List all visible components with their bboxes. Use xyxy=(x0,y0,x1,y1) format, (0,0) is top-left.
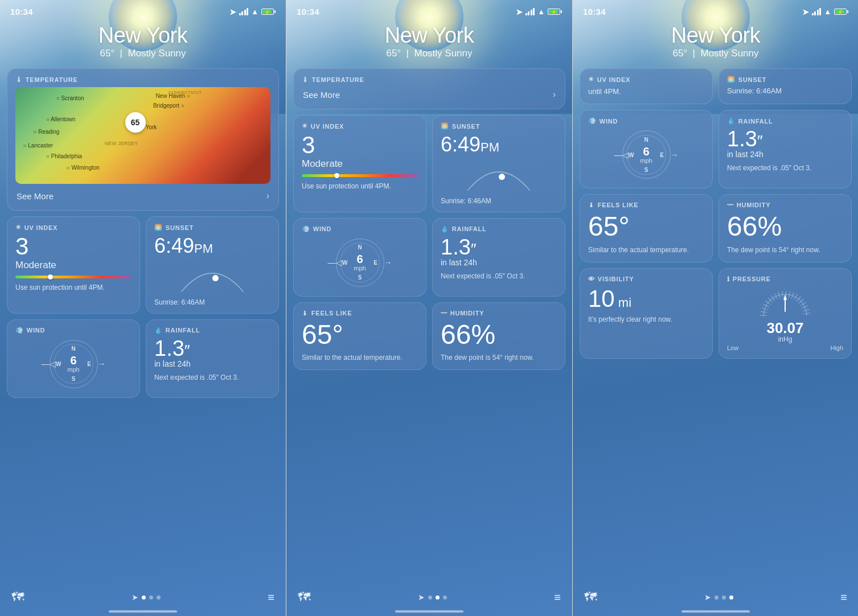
rainfall-next-1: Next expected is .05″ Oct 3. xyxy=(154,373,270,383)
sunrise-text-3: Sunrise: 6:46AM xyxy=(727,87,843,95)
list-button-2[interactable]: ≡ xyxy=(554,591,561,604)
compass-3: N S E W 6 mph xyxy=(622,130,671,179)
sunset-label-2: 🌅 SUNSET xyxy=(441,122,557,130)
sunset-icon-2: 🌅 xyxy=(441,122,449,130)
feels-humidity-grid-3: 🌡 FEELS LIKE 65° Similar to the actual t… xyxy=(580,194,852,262)
map-city-wilmington: ○ Wilmington xyxy=(67,165,100,171)
location-icon-1: ➤ xyxy=(229,7,236,17)
wind-label-1: 💨 WIND xyxy=(15,327,132,334)
map-city-philadelphia: ○ Philadelphia xyxy=(46,153,82,159)
temperature-card-1: 🌡 TEMPERATURE ○ Scranton New Haven ○ Bri… xyxy=(7,68,279,211)
rainfall-sub-1: in last 24h xyxy=(154,359,270,368)
rainfall-label-2: 💧 RAINFALL xyxy=(441,225,557,233)
sunset-arc-2 xyxy=(441,159,557,194)
city-name-1: New York xyxy=(0,23,286,48)
status-time-2: 10:34 xyxy=(297,7,319,17)
map-city-allentown: ○ Allentown xyxy=(46,116,76,122)
phone-screen-2: 10:34 ➤ ▲ ⚡ New York 65° | Mostly Sunny xyxy=(286,0,572,616)
location-icon-3: ➤ xyxy=(802,7,809,17)
temperature-label-2: 🌡 TEMPERATURE xyxy=(302,76,557,84)
feels-desc-3: Similar to the actual temperature. xyxy=(588,245,704,255)
nav-dot-2-3[interactable] xyxy=(443,596,447,599)
compass-west-3: W xyxy=(629,151,634,158)
nav-dot-1-1[interactable] xyxy=(142,596,146,599)
wind-compass-area-1: N S E W 6 mph —◁ → xyxy=(15,338,132,391)
sunset-icon-1: 🌅 xyxy=(154,224,163,231)
nav-dot-2-1[interactable] xyxy=(428,596,432,599)
sunset-time-2: 6:49PM xyxy=(441,133,557,156)
pressure-gauge-svg-3 xyxy=(757,286,814,321)
location-header-1: New York 65° | Mostly Sunny xyxy=(0,19,286,68)
uv-card-3: ☀ UV INDEX until 4PM. xyxy=(580,68,713,104)
nav-dot-3-2[interactable] xyxy=(722,596,726,599)
wind-compass-area-3: N S E W 6 mph —◁ → xyxy=(588,128,704,181)
list-button-1[interactable]: ≡ xyxy=(268,591,274,604)
battery-icon-2: ⚡ xyxy=(548,9,562,15)
temperature-see-more-1[interactable]: See More › xyxy=(15,188,270,203)
compass-east-3: E xyxy=(660,151,664,158)
map-ct-label: CONNECTICUT xyxy=(169,90,202,95)
sunset-icon-3: 🌅 xyxy=(727,76,736,83)
temp-badge-1: 65 xyxy=(125,112,146,133)
visibility-label-3: 👁 VISIBILITY xyxy=(588,276,704,282)
uv-value-2: 3 xyxy=(302,133,418,157)
rainfall-next-3: Next expected is .05″ Oct 3. xyxy=(727,163,843,173)
temperature-map-1: ○ Scranton New Haven ○ Bridgeport ○ ○ Al… xyxy=(15,87,270,184)
uv-bar-2 xyxy=(302,174,418,177)
condition-1: Mostly Sunny xyxy=(128,48,186,59)
sunset-arc-svg-1 xyxy=(154,261,270,295)
map-city-scranton: ○ Scranton xyxy=(56,95,84,101)
home-indicator-2 xyxy=(395,610,463,613)
compass-south-1: S xyxy=(72,376,76,382)
wind-rainfall-grid-3: 💨 WIND N S E W 6 xyxy=(580,110,852,188)
bottom-nav-3: 🗺 ➤ ≡ xyxy=(573,590,858,605)
temperature-see-more-2[interactable]: See More › xyxy=(302,87,557,102)
compass-north-3: N xyxy=(644,137,648,143)
city-name-3: New York xyxy=(573,23,858,48)
uv-sunset-grid-3: ☀ UV INDEX until 4PM. 🌅 SUNSET Sunrise: … xyxy=(580,68,852,104)
city-name-2: New York xyxy=(286,23,572,48)
uv-subtext-1: Use sun protection until 4PM. xyxy=(15,283,132,293)
pressure-card-3: ℹ PRESSURE xyxy=(719,268,852,359)
humidity-card-2: 〰 HUMIDITY 66% The dew point is 54° righ… xyxy=(432,302,565,371)
rainfall-sub-2: in last 24h xyxy=(441,258,557,267)
map-button-3[interactable]: 🗺 xyxy=(584,590,597,605)
sunset-arc-svg-2 xyxy=(441,159,557,194)
compass-2: N S E W 6 mph xyxy=(336,239,384,287)
status-bar-1: 10:34 ➤ ▲ ⚡ xyxy=(0,0,286,19)
content-area-3: ☀ UV INDEX until 4PM. 🌅 SUNSET Sunrise: … xyxy=(573,68,858,359)
uv-bar-1 xyxy=(15,276,132,278)
wind-rainfall-grid-1: 💨 WIND N S E W 6 xyxy=(7,319,279,398)
sunrise-text-2: Sunrise: 6:46AM xyxy=(441,197,557,205)
feels-humidity-grid-2: 🌡 FEELS LIKE 65° Similar to the actual t… xyxy=(293,302,565,371)
rainfall-card-1: 💧 RAINFALL 1.3″ in last 24h Next expecte… xyxy=(146,319,279,398)
phone-screen-1: 10:34 ➤ ▲ ⚡ New York 65° | Mostly Sunny xyxy=(0,0,286,616)
chevron-right-icon-1: › xyxy=(266,191,269,201)
map-button-2[interactable]: 🗺 xyxy=(298,590,310,605)
battery-icon-3: ⚡ xyxy=(834,9,848,15)
wifi-icon-1: ▲ xyxy=(251,7,258,16)
pressure-gauge-area-3: 30.07 inHg Low High xyxy=(727,286,843,351)
rainfall-value-2: 1.3″ xyxy=(441,236,557,258)
map-button-1[interactable]: 🗺 xyxy=(11,590,24,605)
nav-dot-2-2[interactable] xyxy=(436,596,440,599)
visibility-desc-3: It's perfectly clear right now. xyxy=(588,315,704,323)
uv-card-2: ☀ UV INDEX 3 Moderate Use sun protection… xyxy=(293,115,426,212)
nav-dot-1-2[interactable] xyxy=(149,596,153,599)
nav-dot-3-1[interactable] xyxy=(715,596,719,599)
wind-compass-wrap-1: N S E W 6 mph —◁ → xyxy=(50,338,98,391)
wind-arrow-right-2: → xyxy=(384,258,392,267)
wind-speed-center-3: 6 mph xyxy=(640,146,652,164)
list-button-3[interactable]: ≡ xyxy=(840,591,847,604)
condition-2: Mostly Sunny xyxy=(414,48,472,59)
location-sub-2: 65° | Mostly Sunny xyxy=(286,48,572,59)
content-area-1: 🌡 TEMPERATURE ○ Scranton New Haven ○ Bri… xyxy=(0,68,286,398)
wind-speed-center-2: 6 mph xyxy=(354,253,366,272)
nav-dot-3-3[interactable] xyxy=(729,596,733,599)
sun-icon-1: ☀ xyxy=(15,224,22,231)
wind-compass-area-2: N S E W 6 mph —◁ → xyxy=(302,236,418,289)
rainfall-card-3: 💧 RAINFALL 1.3″ in last 24h Next expecte… xyxy=(719,110,852,188)
nav-dot-1-3[interactable] xyxy=(157,596,161,599)
sunset-time-1: 6:49PM xyxy=(154,235,270,257)
feels-card-3: 🌡 FEELS LIKE 65° Similar to the actual t… xyxy=(580,194,713,262)
